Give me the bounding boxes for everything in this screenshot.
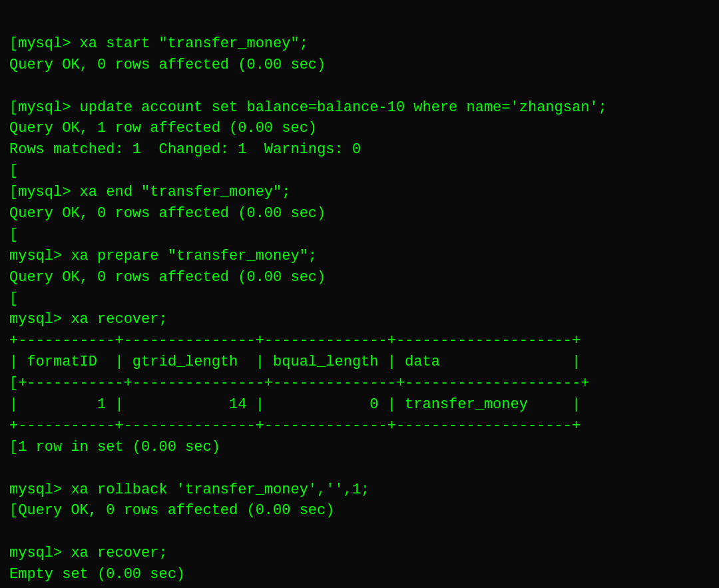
terminal-line: Rows matched: 1 Changed: 1 Warnings: 0 [9, 139, 710, 160]
terminal-line: [ [9, 288, 710, 310]
terminal-line: +-----------+---------------+-----------… [9, 416, 710, 437]
terminal-line: [1 row in set (0.00 sec) [9, 437, 710, 458]
terminal-line: Empty set (0.00 sec) [9, 564, 710, 585]
terminal-line: [mysql> xa end "transfer_money"; [9, 182, 710, 203]
terminal-line: Query OK, 0 rows affected (0.00 sec) [9, 203, 710, 224]
terminal-line: Query OK, 0 rows affected (0.00 sec) [9, 55, 710, 76]
terminal-empty-line [9, 458, 710, 479]
terminal-line: [+-----------+---------------+----------… [9, 373, 710, 394]
terminal-line: [Query OK, 0 rows affected (0.00 sec) [9, 500, 710, 521]
terminal-line: mysql> xa prepare "transfer_money"; [9, 246, 710, 267]
terminal-line: | 1 | 14 | 0 | transfer_money | [9, 394, 710, 416]
terminal-line: mysql> xa rollback 'transfer_money','',1… [9, 479, 710, 501]
terminal-line: mysql> xa recover; [9, 543, 710, 564]
terminal-line: | formatID | gtrid_length | bqual_length… [9, 352, 710, 373]
terminal-window: [mysql> xa start "transfer_money";Query … [0, 0, 719, 588]
terminal-empty-line [9, 76, 710, 97]
terminal-line: [ [9, 160, 710, 182]
terminal-line: mysql> xa recover; [9, 309, 710, 330]
terminal-line: Query OK, 0 rows affected (0.00 sec) [9, 267, 710, 288]
terminal-empty-line [9, 521, 710, 543]
terminal-line: [ [9, 224, 710, 246]
terminal-line: [mysql> update account set balance=balan… [9, 97, 710, 119]
terminal-line: [mysql> xa start "transfer_money"; [9, 33, 710, 55]
terminal-line: Query OK, 1 row affected (0.00 sec) [9, 118, 710, 139]
terminal-line: +-----------+---------------+-----------… [9, 330, 710, 352]
